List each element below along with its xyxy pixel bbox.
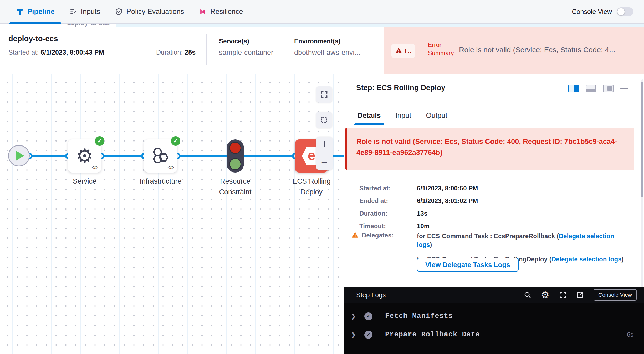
services-label: Service(s) — [219, 38, 273, 45]
details-tab-underline — [354, 123, 384, 125]
pipeline-canvas[interactable]: ⚙ </> ✓ Service </> ✓ Infrastructure Res… — [0, 74, 344, 354]
status-badge: F.. — [391, 44, 415, 58]
error-summary-label: Error Summary — [428, 41, 459, 57]
started-at-label: Started at: — [8, 49, 39, 56]
chevron-right-icon[interactable]: ❯ — [351, 313, 356, 320]
edge-service-infra — [101, 155, 145, 157]
pipeline-run-header: deploy-to-ecs Started at: 6/1/2023, 8:00… — [0, 27, 644, 74]
check-circle-icon: ✓ — [364, 312, 372, 320]
step-logs-area: ❯ ✓ Fetch Manifests ❯ ✓ Prepare Rollback… — [344, 303, 644, 354]
tab-inputs-label: Inputs — [81, 8, 100, 16]
node-label-ecs-rolling-deploy[interactable]: ECS Rolling Deploy — [285, 176, 338, 197]
node-label-infrastructure[interactable]: Infrastructure — [131, 176, 190, 187]
success-check-icon: ✓ — [95, 136, 104, 146]
scrollbar-thumb[interactable] — [641, 82, 643, 197]
error-summary-region: F.. Error Summary Role is not valid (Ser… — [384, 24, 644, 74]
delegates-warning-icon — [352, 232, 359, 240]
failed-warning-icon — [395, 47, 402, 55]
tab-inputs[interactable]: Inputs — [62, 0, 108, 24]
duration-label: Duration: — [156, 49, 183, 56]
zoom-in-button[interactable]: + — [321, 138, 328, 150]
delegate-selection-logs-link[interactable]: Delegate selection logs — [551, 256, 622, 263]
layout-split-right-icon[interactable] — [568, 85, 579, 92]
delegates-label: Delegates: — [362, 232, 393, 240]
step-logs-toolbar: ⚙ Console View — [524, 289, 637, 301]
top-nav: Pipeline Inputs Policy Evaluations Resil… — [0, 0, 644, 24]
pipeline-icon — [16, 8, 24, 16]
app-window: Pipeline Inputs Policy Evaluations Resil… — [0, 0, 644, 354]
log-settings-gear-icon[interactable]: ⚙ — [541, 290, 549, 300]
error-summary-value: Role is not valid (Service: Ecs, Status … — [459, 46, 643, 54]
expand-logs-icon[interactable] — [559, 291, 567, 299]
console-view-label: Console View — [572, 8, 612, 15]
node-infrastructure[interactable]: </> ✓ — [144, 139, 177, 173]
run-started-at: Started at: 6/1/2023, 8:00:43 PM — [8, 49, 104, 56]
services-column: Service(s) sample-container — [219, 38, 273, 57]
node-service[interactable]: ⚙ </> ✓ — [68, 139, 101, 173]
inputs-icon — [69, 8, 77, 16]
resilience-icon — [199, 8, 207, 16]
node-label-resource-constraint[interactable]: Resource Constraint — [206, 176, 264, 197]
success-check-icon: ✓ — [171, 136, 180, 146]
traffic-light-red — [229, 142, 241, 154]
chevron-right-icon[interactable]: ❯ — [351, 331, 356, 338]
code-icon: </> — [168, 165, 174, 170]
canvas-zoom-controls: + − — [316, 137, 333, 170]
detail-row-timeout: Timeout: 10m — [359, 222, 386, 230]
tab-resilience-label: Resilience — [210, 8, 243, 16]
step-error-banner: Role is not valid (Service: Ecs, Status … — [345, 128, 634, 170]
node-label-service[interactable]: Service — [61, 176, 108, 187]
status-badge-text: F.. — [405, 48, 411, 55]
step-panel-tabs: Details Input Output — [344, 107, 634, 124]
tab-resilience[interactable]: Resilience — [191, 0, 251, 24]
environments-label: Environment(s) — [294, 38, 360, 45]
view-delegate-tasks-logs-button[interactable]: View Delegate Tasks Logs — [417, 258, 519, 272]
tab-policy-evaluations[interactable]: Policy Evaluations — [108, 0, 191, 24]
tab-pipeline[interactable]: Pipeline — [8, 0, 62, 24]
log-section-name: Prepare Rollback Data — [385, 331, 480, 339]
layout-right-icon[interactable] — [603, 85, 614, 92]
code-icon: </> — [92, 165, 98, 170]
open-in-new-icon[interactable] — [576, 291, 584, 299]
search-icon[interactable] — [524, 291, 531, 299]
duration-value: 25s — [185, 49, 196, 56]
header-divider — [206, 34, 207, 65]
active-tab-underline — [9, 22, 61, 24]
node-resource-constraint[interactable] — [227, 139, 244, 173]
edge-start-service — [29, 155, 69, 157]
step-panel-title: Step: ECS Rolling Deploy — [356, 84, 445, 92]
detail-row-duration: Duration: 13s — [359, 210, 387, 217]
services-value[interactable]: sample-container — [219, 49, 273, 57]
detail-row-started: Started at: 6/1/2023, 8:00:50 PM — [359, 185, 391, 192]
canvas-fullscreen-button[interactable] — [316, 86, 332, 103]
tab-pipeline-label: Pipeline — [27, 8, 55, 16]
logs-console-view-button[interactable]: Console View — [594, 289, 637, 301]
environments-column: Environment(s) dbothwell-aws-envi... — [294, 38, 360, 57]
log-section-prepare-rollback-data[interactable]: ❯ ✓ Prepare Rollback Data 6s — [344, 329, 644, 340]
started-at-value: 6/1/2023, 8:00:43 PM — [40, 49, 104, 56]
delegate-entry: for ECS Command Task : EcsPrepareRollbac… — [417, 232, 625, 249]
environments-value[interactable]: dbothwell-aws-envi... — [294, 49, 360, 57]
tab-input[interactable]: Input — [396, 107, 411, 124]
scrolled-stage-name: deploy-to-ecs — [67, 24, 110, 27]
minimize-icon[interactable] — [620, 88, 628, 89]
log-section-fetch-manifests[interactable]: ❯ ✓ Fetch Manifests — [344, 310, 644, 322]
tab-details[interactable]: Details — [357, 107, 381, 124]
log-section-name: Fetch Manifests — [385, 312, 453, 320]
traffic-light-green — [229, 158, 241, 170]
detail-row-ended: Ended at: 6/1/2023, 8:01:02 PM — [359, 197, 388, 205]
zoom-out-button[interactable]: − — [321, 157, 328, 169]
log-section-duration: 6s — [627, 331, 633, 338]
pipeline-name: deploy-to-ecs — [8, 34, 58, 43]
toggle-knob — [617, 8, 625, 15]
pipeline-start-node[interactable] — [8, 145, 30, 166]
edge-constraint-ecs — [244, 155, 296, 157]
layout-bottom-icon[interactable] — [586, 85, 596, 92]
tab-output[interactable]: Output — [426, 107, 447, 124]
panel-scrollbar[interactable] — [641, 79, 643, 287]
canvas-select-button[interactable] — [316, 112, 332, 128]
step-details-panel: Step: ECS Rolling Deploy Details Input O… — [344, 74, 644, 354]
policy-evaluations-icon — [115, 8, 123, 16]
console-view-toggle[interactable] — [617, 7, 633, 16]
run-duration: Duration: 25s — [156, 49, 196, 56]
